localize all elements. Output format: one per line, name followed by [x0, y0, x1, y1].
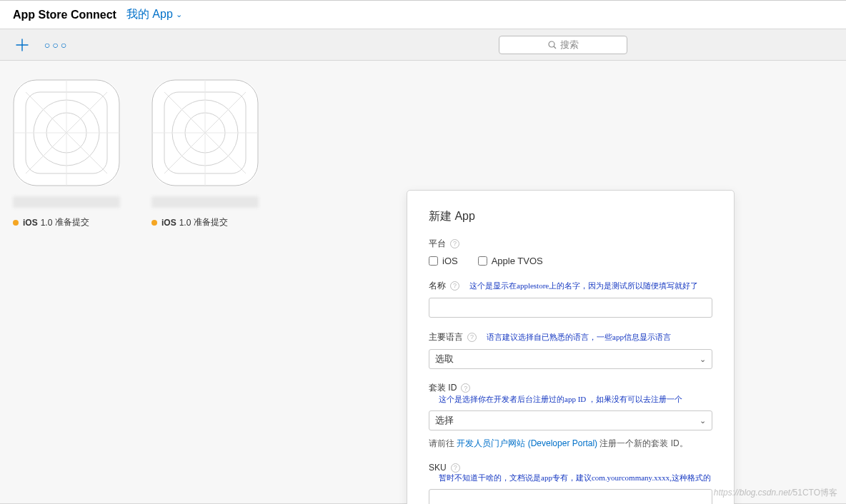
app-card[interactable]: iOS 1.0 准备提交 [151, 79, 259, 228]
app-icon-placeholder [13, 79, 120, 186]
platform-ios-checkbox[interactable]: iOS [429, 256, 458, 266]
sku-input[interactable] [429, 489, 712, 504]
svg-line-1 [554, 46, 556, 49]
new-app-modal: 新建 App 平台 ? iOS Apple TVOS 名称 ? 这个是显示在ap… [407, 190, 735, 504]
version-label: 1.0 [179, 218, 191, 228]
help-icon[interactable]: ? [450, 281, 459, 291]
more-button[interactable]: ○○○ [46, 34, 67, 56]
sku-label: SKU ? 暂时不知道干啥的，文档说是app专有，建议com.yourcomma… [429, 463, 712, 483]
app-status: iOS 1.0 准备提交 [13, 216, 120, 228]
platform-tvos-checkbox[interactable]: Apple TVOS [478, 256, 543, 266]
help-icon[interactable]: ? [461, 383, 470, 393]
my-apps-label: 我的 App [126, 7, 173, 22]
developer-portal-link[interactable]: 开发人员门户网站 (Developer Portal) [457, 438, 597, 448]
plus-icon [16, 39, 29, 51]
toolbar: ○○○ 搜索 [0, 29, 846, 61]
bundle-hint: 这个是选择你在开发者后台注册过的app ID ，如果没有可以去注册一个 [439, 394, 682, 405]
name-input[interactable] [429, 298, 712, 318]
os-label: iOS [23, 218, 38, 228]
help-icon[interactable]: ? [467, 333, 477, 342]
modal-title: 新建 App [429, 209, 712, 224]
bundle-select[interactable]: 选择 ⌄ [429, 410, 712, 430]
svg-point-0 [549, 41, 554, 47]
chevron-down-icon: ⌄ [700, 355, 706, 364]
add-button[interactable] [11, 34, 33, 56]
os-label: iOS [161, 218, 176, 228]
app-status: iOS 1.0 准备提交 [151, 216, 259, 228]
status-dot-icon [151, 220, 157, 226]
name-label: 名称 ? 这个是显示在applestore上的名字，因为是测试所以随便填写就好了 [429, 279, 712, 292]
app-card[interactable]: iOS 1.0 准备提交 [13, 79, 120, 228]
status-label: 准备提交 [194, 216, 228, 228]
app-name-redacted [151, 196, 259, 208]
bundle-label: 套装 ID ? 这个是选择你在开发者后台注册过的app ID ，如果没有可以去注… [429, 382, 712, 405]
app-title: App Store Connect [13, 9, 116, 21]
bundle-note: 请前往 开发人员门户网站 (Developer Portal) 注册一个新的套装… [429, 438, 712, 450]
platform-label: 平台 ? [429, 237, 712, 250]
search-icon [548, 41, 557, 49]
sku-hint: 暂时不知道干啥的，文档说是app专有，建议com.yourcommany.xxx… [439, 473, 711, 483]
header: App Store Connect 我的 App ⌄ [0, 0, 846, 29]
language-hint: 语言建议选择自已熟悉的语言，一些app信息显示语言 [487, 332, 671, 343]
app-name-redacted [13, 196, 120, 208]
version-label: 1.0 [41, 218, 53, 228]
chevron-down-icon: ⌄ [176, 10, 182, 19]
content: iOS 1.0 准备提交 iOS 1.0 准备提交 新建 App 平台 ? [0, 61, 846, 504]
help-icon[interactable]: ? [451, 463, 460, 473]
language-select[interactable]: 选取 ⌄ [429, 349, 712, 369]
chevron-down-icon: ⌄ [700, 416, 706, 425]
search-placeholder: 搜索 [560, 39, 579, 51]
search-input[interactable]: 搜索 [499, 36, 627, 54]
my-apps-link[interactable]: 我的 App ⌄ [126, 7, 182, 22]
name-hint: 这个是显示在applestore上的名字，因为是测试所以随便填写就好了 [469, 281, 698, 291]
status-label: 准备提交 [55, 216, 89, 228]
language-label: 主要语言 ? 语言建议选择自已熟悉的语言，一些app信息显示语言 [429, 331, 712, 343]
watermark: https://blog.csdn.net/51CTO博客 [714, 487, 837, 499]
more-icon: ○○○ [44, 39, 69, 51]
app-icon-placeholder [151, 79, 259, 186]
help-icon[interactable]: ? [450, 239, 459, 248]
status-dot-icon [13, 220, 19, 226]
